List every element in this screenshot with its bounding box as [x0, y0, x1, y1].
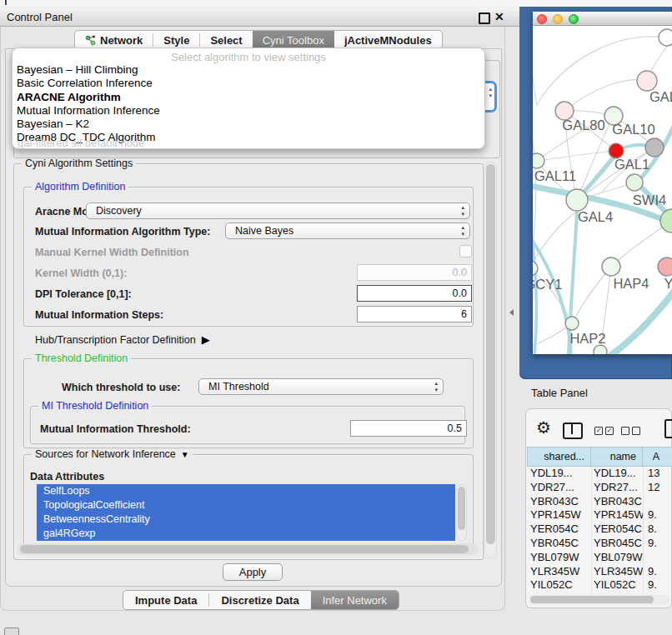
network-node[interactable] [565, 317, 579, 330]
table-row[interactable]: YIL052CYIL052C9. [527, 578, 672, 592]
network-icon [85, 35, 96, 46]
close-traffic-light-icon[interactable] [537, 14, 547, 24]
table-cell: YDL19... [591, 467, 644, 479]
network-node[interactable] [626, 174, 643, 191]
table-row[interactable]: YBR043CYBR043C [527, 495, 672, 509]
table-horizontal-scrollbar-thumb[interactable] [530, 596, 654, 603]
select-all-icon[interactable]: ✓ [605, 427, 614, 435]
network-node[interactable] [594, 345, 607, 354]
table-header-shared[interactable]: shared... [527, 447, 591, 467]
table-cell: 9. [644, 537, 657, 549]
aracne-mode-combo[interactable]: Discovery ▴▾ [86, 202, 470, 219]
algorithm-definition-title: Algorithm Definition [32, 182, 128, 192]
tab-style[interactable]: Style [153, 31, 199, 49]
algorithm-option[interactable]: Basic Correlation Inference [13, 77, 484, 90]
ghost-combo-text: gal-filtered sif default node [18, 137, 144, 149]
select-all-icon[interactable]: ✓ [594, 427, 603, 435]
columns-icon[interactable] [563, 422, 583, 439]
deselect-all-icon[interactable] [621, 427, 629, 435]
data-attribute-item[interactable]: BetweennessCentrality [37, 512, 455, 527]
table-row[interactable]: YER054CYER054C8. [527, 522, 672, 537]
network-node-label: GAL [649, 89, 672, 104]
cyni-algorithm-settings-title: Cyni Algorithm Settings [22, 158, 136, 169]
combo-arrows-icon: ▴▾ [434, 380, 438, 393]
minimized-panel-icon[interactable] [4, 628, 19, 635]
algorithm-option[interactable]: ARACNE Algorithm [13, 91, 484, 104]
tab-jactivemnodules[interactable]: jActiveMNodules [334, 31, 442, 49]
algorithm-option[interactable]: Bayesian – Hill Climbing [13, 63, 484, 77]
network-node[interactable] [602, 258, 620, 276]
settings-vertical-scrollbar[interactable] [484, 162, 497, 558]
attr-list-scrollbar-thumb[interactable] [458, 487, 465, 530]
mi-steps-field[interactable]: 6 [357, 306, 472, 322]
table-horizontal-scrollbar[interactable] [528, 594, 669, 605]
tab-discretize-data[interactable]: Discretize Data [209, 591, 310, 609]
network-node[interactable] [645, 138, 664, 157]
kernel-width-field[interactable]: 0.0 [357, 264, 472, 281]
network-edge [610, 291, 672, 354]
apply-button[interactable]: Apply [223, 563, 283, 581]
column-separator [591, 467, 592, 593]
network-node[interactable] [533, 261, 538, 276]
network-node-label: GAL11 [534, 168, 576, 183]
table-row[interactable]: YBR045CYBR045C9. [527, 537, 672, 551]
table-row[interactable]: YLR345WYLR345W9. [527, 565, 672, 579]
network-node[interactable] [533, 153, 544, 168]
network-node[interactable] [637, 71, 657, 91]
settings-vertical-scrollbar-thumb[interactable] [486, 164, 495, 544]
tab-impute-data[interactable]: Impute Data [123, 591, 208, 609]
algorithm-option[interactable]: Bayesian – K2 [13, 118, 484, 131]
manual-kernel-width-checkbox[interactable] [459, 245, 472, 258]
gear-icon[interactable]: ⚙ [536, 419, 551, 436]
table-row[interactable]: YDR27...YDR27...12 [527, 481, 672, 495]
network-node[interactable] [660, 209, 672, 232]
network-node[interactable] [658, 258, 672, 276]
table-header-row: shared... name A [527, 447, 672, 467]
top-strip [0, 0, 672, 7]
tab-jactivemnodules-label: jActiveMNodules [344, 34, 432, 47]
sources-title-wrap[interactable]: Sources for Network Inference▼ [32, 449, 193, 460]
float-window-icon[interactable] [479, 12, 490, 24]
which-threshold-label: Which threshold to use: [62, 382, 180, 393]
tab-infer-network[interactable]: Infer Network [311, 591, 399, 609]
close-icon[interactable]: ✕ [494, 10, 504, 23]
algorithm-option[interactable]: Mutual Information Inference [13, 104, 484, 118]
network-window: GALGAL80GAL10GAL1GAL11SWI4GAL4GCY1HAP4YH… [533, 12, 672, 354]
table-header-third[interactable]: A [643, 447, 672, 467]
table-row[interactable]: YDL19...YDL19...13 [527, 467, 672, 481]
report-icon[interactable] [664, 419, 672, 438]
splitter-collapse-icon[interactable] [509, 309, 514, 316]
zoom-traffic-light-icon[interactable] [569, 14, 579, 24]
network-node[interactable] [659, 29, 672, 46]
tab-network[interactable]: Network [75, 31, 153, 49]
hub-definition-expander[interactable]: Hub/Transcription Factor Definition▶ [35, 333, 210, 346]
minimize-traffic-light-icon[interactable] [553, 14, 563, 24]
attr-list-scrollbar[interactable] [456, 484, 467, 541]
mi-threshold-field[interactable]: 0.5 [350, 420, 467, 437]
deselect-all-icon[interactable] [632, 427, 640, 435]
table-cell: 12 [644, 481, 659, 493]
network-canvas-svg: GALGAL80GAL10GAL1GAL11SWI4GAL4GCY1HAP4YH… [533, 26, 672, 354]
data-attribute-item[interactable]: SelfLoops [37, 484, 455, 498]
tab-select-label: Select [210, 34, 242, 47]
manual-kernel-width-label: Manual Kernel Width Definition [35, 247, 189, 258]
data-attribute-item[interactable]: TopologicalCoefficient [37, 498, 455, 512]
network-node-label: GAL4 [578, 209, 613, 224]
tab-cyni-toolbox[interactable]: Cyni Toolbox [253, 31, 334, 49]
mi-algorithm-type-value: Naive Bayes [235, 223, 293, 239]
network-node[interactable] [566, 189, 588, 211]
network-view[interactable]: GALGAL80GAL10GAL1GAL11SWI4GAL4GCY1HAP4YH… [533, 26, 672, 354]
hub-definition-label: Hub/Transcription Factor Definition [35, 334, 196, 346]
table-row[interactable]: YBL079WYBL079W [527, 551, 672, 565]
settings-horizontal-scrollbar-thumb[interactable] [20, 545, 469, 553]
mi-algorithm-type-combo[interactable]: Naive Bayes ▴▾ [225, 222, 470, 239]
tab-select[interactable]: Select [200, 31, 252, 49]
network-node-label: Y [664, 276, 672, 291]
which-threshold-combo[interactable]: MI Threshold ▴▾ [198, 378, 444, 395]
table-row[interactable]: YPR145WYPR145W9. [527, 508, 672, 522]
table-header-name[interactable]: name [591, 447, 643, 467]
table-body: YDL19...YDL19...13YDR27...YDR27...12YBR0… [527, 467, 672, 593]
data-attribute-item[interactable]: gal4RGexp [37, 527, 455, 541]
settings-horizontal-scrollbar[interactable] [17, 543, 479, 555]
dpi-tolerance-field[interactable]: 0.0 [357, 285, 472, 302]
